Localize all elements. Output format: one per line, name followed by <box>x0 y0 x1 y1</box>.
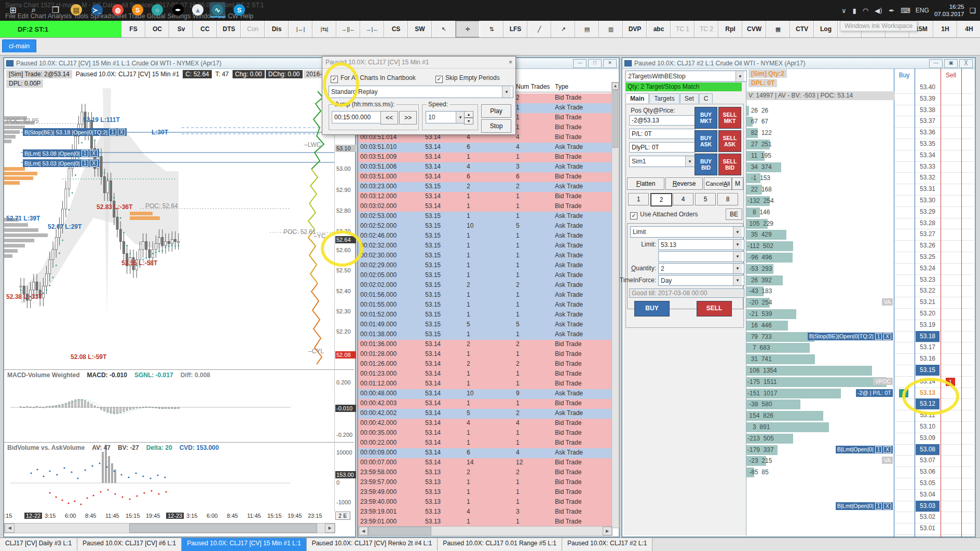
toolbar-button-cs[interactable]: CS <box>384 21 408 37</box>
sell-ask-button[interactable]: SELLASK <box>718 130 741 152</box>
order-cancel-box[interactable]: X <box>118 129 126 135</box>
speed-select[interactable]: 10▼ <box>426 111 467 123</box>
scroll-left-arrow[interactable]: ◀ <box>5 524 15 533</box>
order-cancel-box[interactable]: X <box>883 503 891 509</box>
toolbar-button-cvw[interactable]: CVW <box>742 21 766 37</box>
wifi-icon[interactable]: ◠ <box>863 7 868 15</box>
ladder-price[interactable]: 53.27 <box>916 229 940 240</box>
ladder-price[interactable]: 53.22 <box>916 285 940 296</box>
tape-row[interactable]: 00:01:26.00053.1422Bid Trade <box>358 360 611 370</box>
restore-button[interactable]: ▣ <box>944 59 958 68</box>
toolbar-button-ctv[interactable]: CTV <box>790 21 814 37</box>
touch-keyboard-icon[interactable]: ⌨ <box>901 7 910 15</box>
toolbar-button-oc[interactable]: OC <box>145 21 169 37</box>
tape-row[interactable]: 23:59:49.00053.1311Bid Trade <box>358 488 611 498</box>
minimize-button[interactable]: ― <box>929 59 943 68</box>
toolbar-button-[interactable]: →||← <box>336 21 360 37</box>
ladder-price[interactable]: 53.06 <box>916 466 940 477</box>
strategy-select[interactable]: 2TargetsWithBEStop▼ <box>625 71 747 82</box>
minimize-button[interactable]: ― <box>573 59 587 68</box>
ladder-price[interactable]: 53.05 <box>916 478 940 489</box>
jump-back-button[interactable]: << <box>380 111 398 125</box>
jump-forward-button[interactable]: >> <box>399 111 417 125</box>
order-cancel-box[interactable]: X <box>883 333 891 340</box>
cancel-all-button[interactable]: CancelAll <box>704 177 732 190</box>
battery-icon[interactable]: ▮ <box>853 7 856 15</box>
ladder-price[interactable]: 53.34 <box>916 150 940 161</box>
window-tab[interactable]: Paused 10.0X: CLJ17 [CV] 15 Min #1 L:1 <box>182 538 306 551</box>
ladder-price[interactable]: 53.39 <box>916 93 940 104</box>
limit-price-select[interactable]: 53.13▼ <box>658 239 744 250</box>
ladder-price[interactable]: 53.13 <box>916 388 940 398</box>
qty-preset-4[interactable]: 4 <box>673 193 693 205</box>
order-qty-box[interactable]: 1 <box>81 150 89 157</box>
clock[interactable]: 16:2507.03.2017 <box>934 3 964 18</box>
toolbar-button-[interactable]: ▦ <box>766 21 790 37</box>
skype-icon[interactable]: S <box>232 2 247 18</box>
qty-preset-5[interactable]: 5 <box>695 193 716 205</box>
ladder-price[interactable]: 53.18 <box>916 331 940 342</box>
buy-bid-button[interactable]: BUYBID <box>695 154 717 175</box>
scroll-thumb[interactable] <box>612 90 618 148</box>
toolbar-button-lfs[interactable]: LFS <box>503 21 527 37</box>
tape-row[interactable]: 00:02:02.00053.1522Ask Trade <box>358 281 611 291</box>
ladder-price[interactable]: 53.31 <box>916 184 940 195</box>
tape-row[interactable]: 00:01:38.00053.1511Ask Trade <box>358 330 611 340</box>
close-button[interactable]: ╳ <box>959 59 973 68</box>
tape-vscrollbar[interactable]: ▲ <box>611 82 619 528</box>
buy-mkt-button[interactable]: BUYMKT <box>695 107 717 129</box>
tape-column-header[interactable]: Type <box>553 82 611 92</box>
skip-empty-checkbox[interactable]: ✓Skip Empty Periods <box>435 74 500 83</box>
tape-row[interactable]: 00:03:02.00053.1411Bid Trade <box>358 202 611 212</box>
tape-row[interactable]: 00:03:23.00053.1522Ask Trade <box>358 182 611 192</box>
ladder-price[interactable]: 53.40 <box>916 82 940 93</box>
toolbar-button-cc[interactable]: CC <box>193 21 217 37</box>
ladder-price[interactable]: 53.20 <box>916 308 940 319</box>
chart-window-titlebar[interactable]: Paused 10.0X: CLJ17 [CV] 15 Min #1 L:1 C… <box>4 58 355 69</box>
trade-tab-targets[interactable]: Targets <box>649 93 679 103</box>
ladder-price[interactable]: 53.02 <box>916 512 940 522</box>
pos-qty-field[interactable]: -2@53.13 <box>629 115 696 126</box>
qty-preset-1[interactable]: 1 <box>628 193 649 205</box>
ladder-price[interactable]: 53.12 <box>916 398 940 409</box>
pl-field[interactable]: P/L: 0T <box>629 129 696 139</box>
chartbook-tab-cl-main[interactable]: cl-main <box>2 39 36 52</box>
tape-row[interactable]: 00:03:51.00053.1466Bid Trade <box>358 172 611 183</box>
dlypl-field[interactable]: DlyPL: 0T <box>629 142 696 153</box>
reverse-button[interactable]: Reverse <box>665 177 703 190</box>
flatten-button[interactable]: Flatten <box>627 177 664 190</box>
use-attached-checkbox[interactable]: ✓Use Attached Orders <box>630 211 698 219</box>
dom-window-titlebar[interactable]: Paused 10.0X: CLJ17 #2 L:1 Crude Oil WTI… <box>622 58 975 69</box>
replay-mode-select[interactable]: Standard Replay▼ <box>329 86 513 98</box>
ladder-order-chip[interactable]: B|Stop(BE)|Open|0|TQ:2|1X <box>808 333 893 340</box>
scroll-right-arrow[interactable]: ▶ <box>325 524 335 533</box>
tape-row[interactable]: 00:01:56.00053.1511Ask Trade <box>358 291 611 301</box>
toolbar-button-[interactable]: ⇅ <box>480 21 503 37</box>
order-cancel-box[interactable]: X <box>883 446 891 453</box>
tape-row[interactable]: 00:00:09.00053.1464Ask Trade <box>358 448 611 459</box>
pane-separator[interactable] <box>3 369 354 370</box>
tape-row[interactable]: 23:59:19.00153.1343Bid Trade <box>358 507 611 518</box>
ladder-price[interactable]: 53.01 <box>916 523 940 534</box>
sublime-icon[interactable]: S <box>130 2 145 18</box>
language-indicator[interactable]: ENG <box>916 7 929 14</box>
ladder-price[interactable]: 53.36 <box>916 127 940 138</box>
tape-row[interactable]: 00:01:55.00053.1511Ask Trade <box>358 300 611 311</box>
ladder-price[interactable]: 53.10 <box>916 421 940 432</box>
window-tab[interactable]: Paused 10.0X: CLJ17 [CV] Renko 2t #4 L:1 <box>307 538 438 551</box>
jump-input[interactable]: 00:15:00.000 <box>332 111 383 123</box>
file-explorer-icon[interactable]: ▤ <box>69 2 84 18</box>
ladder-price[interactable]: 53.28 <box>916 218 940 229</box>
toolbar-button-rpl[interactable]: Rpl <box>718 21 742 37</box>
order-chip[interactable]: B|Lmt| 53.03 |Open|0|1X <box>23 159 99 167</box>
toolbar-button-[interactable]: |⇆| <box>312 21 336 37</box>
tape-row[interactable]: 00:02:30.00053.1511Ask Trade <box>358 251 611 261</box>
ladder-price[interactable]: 53.35 <box>916 139 940 149</box>
ladder-price[interactable]: 53.11 <box>916 410 940 421</box>
windows-ink-icon[interactable]: ✒ <box>889 7 894 15</box>
for-all-charts-checkbox[interactable]: ✓For All Charts In Chartbook <box>331 74 416 83</box>
trade-tab-main[interactable]: Main <box>625 93 649 103</box>
toolbar-button-sw[interactable]: SW <box>408 21 432 37</box>
tape-row[interactable]: 00:02:46.00053.1511Ask Trade <box>358 231 611 242</box>
volume-icon[interactable]: ◀⟩ <box>875 7 882 15</box>
